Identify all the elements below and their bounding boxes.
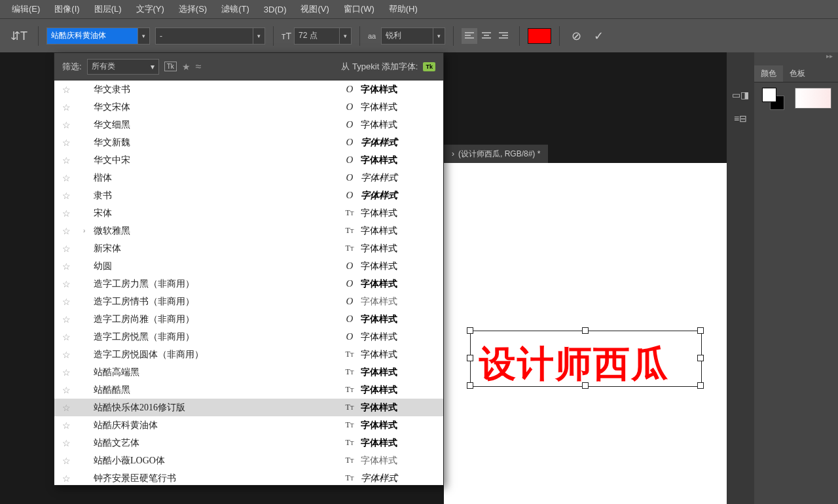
font-row[interactable]: ☆站酷小薇LOGO体TT字体样式 bbox=[54, 452, 443, 469]
menu-edit[interactable]: 编辑(E) bbox=[5, 1, 46, 18]
font-size-dropdown[interactable]: ▾ bbox=[340, 27, 352, 45]
font-row[interactable]: ☆造字工房尚雅（非商用）O字体样式 bbox=[54, 310, 443, 328]
favorite-star-icon[interactable]: ☆ bbox=[62, 208, 83, 219]
favorite-star-icon[interactable]: ☆ bbox=[62, 456, 83, 466]
canvas-text[interactable]: 设计师西瓜 bbox=[479, 340, 669, 389]
text-color-swatch[interactable] bbox=[528, 28, 551, 44]
font-row[interactable]: ☆›微软雅黑TT字体样式 bbox=[54, 222, 443, 240]
favorite-star-icon[interactable]: ☆ bbox=[62, 102, 83, 113]
favorite-star-icon[interactable]: ☆ bbox=[62, 243, 83, 254]
font-row[interactable]: ☆幼圆O字体样式 bbox=[54, 257, 443, 275]
document-tab[interactable]: › (设计师西瓜, RGB/8#) * bbox=[444, 145, 548, 163]
font-row[interactable]: ☆钟齐安景臣硬笔行书TT字体样式 bbox=[54, 469, 443, 485]
font-row[interactable]: ☆造字工房情书（非商用）O字体样式 bbox=[54, 293, 443, 310]
antialias-input[interactable] bbox=[381, 27, 433, 45]
font-name: 站酷高端黑 bbox=[94, 367, 338, 378]
menu-3d[interactable]: 3D(D) bbox=[257, 2, 293, 17]
favorite-star-icon[interactable]: ☆ bbox=[62, 473, 83, 484]
font-type-icon: O bbox=[338, 119, 361, 130]
filter-class-dropdown[interactable]: 所有类▾ bbox=[87, 59, 159, 75]
color-spectrum[interactable] bbox=[795, 88, 831, 109]
menu-type[interactable]: 文字(Y) bbox=[130, 1, 171, 18]
menu-view[interactable]: 视图(V) bbox=[294, 1, 335, 18]
font-row[interactable]: ☆站酷高端黑TT字体样式 bbox=[54, 363, 443, 381]
tab-color[interactable]: 颜色 bbox=[754, 65, 783, 82]
favorite-star-icon[interactable]: ☆ bbox=[62, 367, 83, 378]
font-row[interactable]: ☆站酷文艺体TT字体样式 bbox=[54, 434, 443, 452]
font-row[interactable]: ☆造字工房悦圆体（非商用）TT字体样式 bbox=[54, 346, 443, 363]
font-row[interactable]: ☆华文新魏O字体样式 bbox=[54, 134, 443, 151]
font-sample: 字体样式 bbox=[361, 190, 435, 202]
menu-image[interactable]: 图像(I) bbox=[48, 1, 86, 18]
favorite-star-icon[interactable]: ☆ bbox=[62, 297, 83, 307]
font-row[interactable]: ☆华文中宋O字体样式 bbox=[54, 151, 443, 169]
favorite-star-icon[interactable]: ☆ bbox=[62, 332, 83, 342]
align-left-button[interactable] bbox=[462, 28, 477, 44]
align-center-button[interactable] bbox=[479, 28, 494, 44]
font-size-input[interactable] bbox=[294, 27, 340, 45]
font-row[interactable]: ☆华文宋体O字体样式 bbox=[54, 98, 443, 116]
font-row[interactable]: ☆站酷酷黑TT字体样式 bbox=[54, 381, 443, 399]
typekit-add-icon[interactable]: Tk bbox=[423, 62, 435, 71]
font-family-input[interactable] bbox=[46, 27, 138, 45]
panel-collapse-icon[interactable]: ▸▸ bbox=[754, 52, 838, 65]
menu-help[interactable]: 帮助(H) bbox=[382, 1, 424, 18]
expand-icon[interactable]: › bbox=[83, 227, 94, 234]
text-orientation-icon[interactable]: ⇵T bbox=[8, 26, 30, 46]
font-row[interactable]: ☆造字工房悦黑（非商用）O字体样式 bbox=[54, 328, 443, 346]
font-row[interactable]: ☆新宋体TT字体样式 bbox=[54, 240, 443, 257]
menu-window[interactable]: 窗口(W) bbox=[337, 1, 381, 18]
font-name: 站酷快乐体2016修订版 bbox=[94, 402, 338, 414]
favorite-star-icon[interactable]: ☆ bbox=[62, 385, 83, 395]
font-sample: 字体样式 bbox=[361, 84, 435, 96]
font-row[interactable]: ☆楷体O字体样式 bbox=[54, 169, 443, 187]
typekit-filter-icon[interactable]: Tk bbox=[164, 62, 177, 71]
canvas[interactable]: 设计师西瓜 bbox=[444, 163, 727, 504]
favorite-star-icon[interactable]: ☆ bbox=[62, 120, 83, 130]
font-row[interactable]: ☆造字工房力黑（非商用）O字体样式 bbox=[54, 275, 443, 293]
favorite-star-icon[interactable]: ☆ bbox=[62, 420, 83, 431]
favorite-star-icon[interactable]: ☆ bbox=[62, 279, 83, 289]
favorite-star-icon[interactable]: ☆ bbox=[62, 173, 83, 183]
align-right-button[interactable] bbox=[496, 28, 511, 44]
favorite-star-icon[interactable]: ☆ bbox=[62, 155, 83, 166]
favorite-star-icon[interactable]: ☆ bbox=[62, 350, 83, 360]
commit-button[interactable]: ✓ bbox=[590, 27, 607, 45]
font-size-icon: тT bbox=[282, 31, 291, 41]
font-sample: 字体样式 bbox=[361, 455, 435, 467]
font-row[interactable]: ☆宋体TT字体样式 bbox=[54, 204, 443, 222]
font-name: 站酷文艺体 bbox=[94, 437, 338, 449]
favorite-star-icon[interactable]: ☆ bbox=[62, 84, 83, 95]
font-family-dropdown[interactable]: ▾ bbox=[138, 27, 150, 45]
favorite-star-icon[interactable]: ☆ bbox=[62, 314, 83, 325]
font-row[interactable]: ☆站酷快乐体2016修订版TT字体样式 bbox=[54, 399, 443, 416]
font-row[interactable]: ☆站酷庆科黄油体TT字体样式 bbox=[54, 416, 443, 434]
tab-swatches[interactable]: 色板 bbox=[783, 65, 812, 82]
favorites-filter-icon[interactable]: ★ bbox=[182, 62, 191, 72]
menu-select[interactable]: 选择(S) bbox=[172, 1, 213, 18]
favorite-star-icon[interactable]: ☆ bbox=[62, 438, 83, 448]
menu-filter[interactable]: 滤镜(T) bbox=[215, 1, 256, 18]
options-bar: ⇵T ▾ ▾ тT ▾ aa ▾ ⊘ ✓ bbox=[0, 18, 838, 52]
font-row[interactable]: ☆隶书O字体样式 bbox=[54, 187, 443, 204]
favorite-star-icon[interactable]: ☆ bbox=[62, 403, 83, 413]
menu-layer[interactable]: 图层(L) bbox=[88, 1, 128, 18]
similarity-filter-icon[interactable]: ≈ bbox=[196, 61, 202, 73]
antialias-dropdown[interactable]: ▾ bbox=[433, 27, 445, 45]
cancel-button[interactable]: ⊘ bbox=[568, 27, 585, 45]
font-style-input[interactable] bbox=[155, 27, 253, 45]
font-type-icon: O bbox=[338, 84, 361, 95]
font-sample: 字体样式 bbox=[361, 261, 435, 272]
favorite-star-icon[interactable]: ☆ bbox=[62, 261, 83, 272]
favorite-star-icon[interactable]: ☆ bbox=[62, 226, 83, 236]
font-type-icon: O bbox=[338, 261, 361, 272]
font-style-dropdown[interactable]: ▾ bbox=[253, 27, 265, 45]
font-row[interactable]: ☆华文细黑O字体样式 bbox=[54, 116, 443, 134]
favorite-star-icon[interactable]: ☆ bbox=[62, 190, 83, 201]
foreground-color-swatch[interactable] bbox=[762, 88, 776, 102]
properties-panel-icon[interactable]: ≡⊟ bbox=[731, 109, 750, 128]
favorite-star-icon[interactable]: ☆ bbox=[62, 137, 83, 148]
font-row[interactable]: ☆华文隶书O字体样式 bbox=[54, 81, 443, 98]
history-panel-icon[interactable]: ▭◨ bbox=[731, 85, 750, 105]
font-list[interactable]: ☆华文隶书O字体样式☆华文宋体O字体样式☆华文细黑O字体样式☆华文新魏O字体样式… bbox=[54, 81, 443, 485]
